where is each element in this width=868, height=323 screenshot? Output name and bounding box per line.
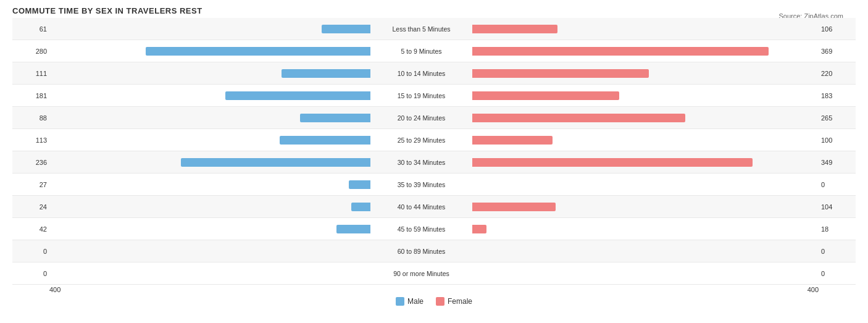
male-value: 0 [12, 248, 49, 255]
female-value: 220 [819, 70, 856, 77]
male-bar [181, 158, 370, 167]
bars-wrap: Less than 5 Minutes [49, 18, 819, 40]
male-bar [336, 225, 370, 233]
female-bar-wrap [472, 247, 793, 256]
female-bar [472, 136, 553, 145]
male-bar-wrap [49, 114, 370, 122]
female-value: 100 [819, 136, 856, 144]
female-bar-wrap [472, 158, 793, 167]
male-bar [280, 136, 370, 145]
bar-label: 45 to 59 Minutes [370, 225, 472, 233]
male-bars-half [49, 225, 370, 233]
male-bars-half [49, 247, 370, 256]
male-bar-wrap [49, 136, 370, 145]
male-value: 42 [12, 225, 49, 233]
chart-row: 11325 to 29 Minutes100 [12, 129, 856, 151]
bars-wrap: 60 to 89 Minutes [49, 240, 819, 262]
male-bar-wrap [49, 203, 370, 211]
bar-label: 90 or more Minutes [370, 270, 472, 277]
chart-row: 090 or more Minutes0 [12, 262, 856, 285]
bars-wrap: 45 to 59 Minutes [49, 218, 819, 240]
bar-label: Less than 5 Minutes [370, 25, 472, 33]
male-bar [322, 25, 370, 33]
chart-row: 4245 to 59 Minutes18 [12, 218, 856, 240]
chart-row: 11110 to 14 Minutes220 [12, 62, 856, 85]
bar-label: 35 to 39 Minutes [370, 181, 472, 188]
female-bar [472, 69, 649, 78]
male-bar-wrap [49, 25, 370, 33]
female-bars-half [472, 91, 793, 100]
legend-female: Female [436, 297, 472, 306]
male-bars-half [49, 203, 370, 211]
female-bar-wrap [472, 203, 793, 211]
female-value: 104 [819, 203, 856, 211]
female-bar [472, 114, 685, 122]
chart-row: 060 to 89 Minutes0 [12, 240, 856, 262]
female-bar-wrap [472, 25, 793, 33]
chart-area: 61Less than 5 Minutes1062805 to 9 Minute… [12, 18, 856, 285]
female-bar [472, 91, 619, 100]
axis-labels: 400 400 [12, 286, 856, 293]
female-value: 349 [819, 159, 856, 166]
male-value: 181 [12, 92, 49, 99]
male-bar [225, 91, 370, 100]
male-bars-half [49, 47, 370, 56]
female-bar [472, 25, 557, 33]
male-value: 0 [12, 270, 49, 277]
axis-right: 400 [807, 286, 819, 293]
female-value: 106 [819, 25, 856, 33]
male-bar-wrap [49, 47, 370, 56]
male-bar-wrap [49, 225, 370, 233]
male-bar-wrap [49, 247, 370, 256]
male-bar [282, 69, 370, 78]
female-bars-half [472, 269, 793, 278]
bar-label: 15 to 19 Minutes [370, 92, 472, 99]
female-bar [472, 47, 769, 56]
female-bars-half [472, 158, 793, 167]
female-color-box [436, 297, 444, 306]
female-bars-half [472, 114, 793, 122]
male-value: 27 [12, 181, 49, 188]
bars-wrap: 10 to 14 Minutes [49, 62, 819, 84]
male-color-box [396, 297, 404, 306]
female-bars-half [472, 180, 793, 189]
female-bars-half [472, 247, 793, 256]
female-value: 0 [819, 248, 856, 255]
female-label: Female [448, 297, 472, 306]
male-bar-wrap [49, 180, 370, 189]
male-bar [300, 114, 370, 122]
bars-wrap: 90 or more Minutes [49, 262, 819, 284]
male-bar-wrap [49, 69, 370, 78]
bars-wrap: 5 to 9 Minutes [49, 40, 819, 62]
male-bar [146, 47, 370, 56]
bars-wrap: 15 to 19 Minutes [49, 85, 819, 106]
chart-title: COMMUTE TIME BY SEX IN TRAVELERS REST [12, 6, 856, 15]
female-bar [472, 203, 556, 211]
female-bars-half [472, 136, 793, 145]
bar-label: 25 to 29 Minutes [370, 136, 472, 144]
female-bar-wrap [472, 114, 793, 122]
male-bars-half [49, 158, 370, 167]
female-bar-wrap [472, 225, 793, 233]
axis-left: 400 [49, 286, 61, 293]
male-bar [351, 203, 370, 211]
chart-row: 23630 to 34 Minutes349 [12, 151, 856, 174]
legend: Male Female [12, 297, 856, 306]
female-bars-half [472, 69, 793, 78]
female-bar-wrap [472, 180, 793, 189]
male-value: 24 [12, 203, 49, 211]
male-bars-half [49, 114, 370, 122]
female-value: 183 [819, 92, 856, 99]
male-bars-half [49, 180, 370, 189]
chart-row: 2735 to 39 Minutes0 [12, 174, 856, 196]
female-bars-half [472, 225, 793, 233]
female-bar-wrap [472, 47, 793, 56]
bars-wrap: 40 to 44 Minutes [49, 196, 819, 217]
bar-label: 60 to 89 Minutes [370, 248, 472, 255]
female-bars-half [472, 203, 793, 211]
legend-male: Male [396, 297, 424, 306]
male-bars-half [49, 25, 370, 33]
bar-label: 10 to 14 Minutes [370, 70, 472, 77]
male-bar-wrap [49, 91, 370, 100]
chart-container: 61Less than 5 Minutes1062805 to 9 Minute… [12, 18, 856, 306]
